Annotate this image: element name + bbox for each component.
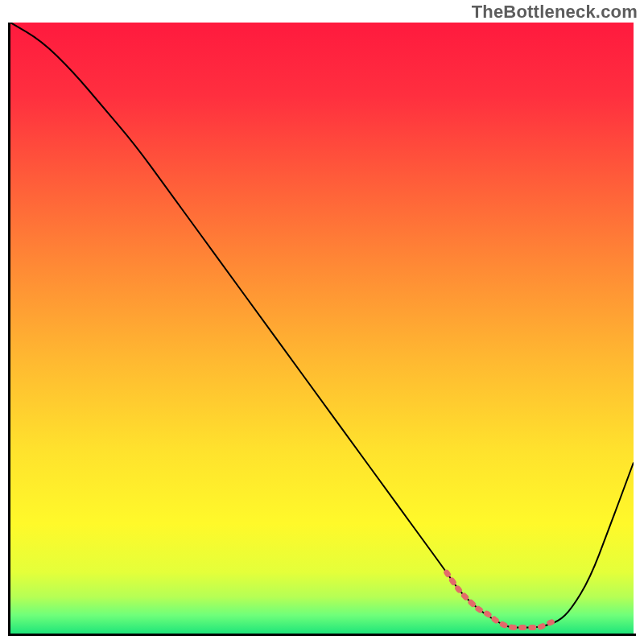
watermark-text: TheBottleneck.com: [472, 2, 638, 23]
axes-frame: [8, 23, 636, 636]
chart-container: TheBottleneck.com: [0, 0, 644, 644]
